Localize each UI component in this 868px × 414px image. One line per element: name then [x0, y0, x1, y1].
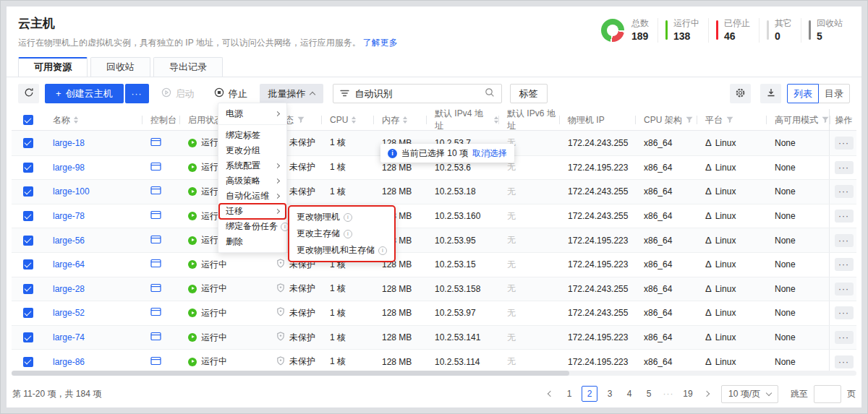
- row-actions-button[interactable]: ···: [835, 161, 854, 174]
- row-checkbox[interactable]: [23, 163, 33, 173]
- vm-name-link[interactable]: large-28: [53, 284, 85, 294]
- cell-ipv4: 10.2.53.158: [426, 277, 498, 301]
- filter-funnel-icon[interactable]: [726, 116, 733, 124]
- stat-total: 总数 189: [631, 18, 649, 43]
- jump-page-input[interactable]: [814, 385, 841, 403]
- row-checkbox[interactable]: [23, 332, 33, 342]
- row-actions-button[interactable]: ···: [835, 331, 854, 344]
- vm-name-link[interactable]: large-98: [53, 163, 85, 173]
- submenu-item-change-host-and-storage[interactable]: 更改物理机和主存储i: [289, 242, 394, 259]
- page-number-3[interactable]: 3: [603, 386, 617, 402]
- submenu-item-change-host[interactable]: 更改物理机i: [289, 209, 394, 225]
- page-number-19[interactable]: 19: [681, 386, 695, 402]
- row-actions-button[interactable]: ···: [835, 234, 854, 247]
- filter-funnel-icon[interactable]: [686, 116, 693, 124]
- row-checkbox[interactable]: [23, 259, 33, 269]
- deselect-link[interactable]: 取消选择: [472, 147, 507, 160]
- menu-item-automation[interactable]: 自动化运维: [218, 189, 286, 204]
- page-size-select[interactable]: 10 项/页: [721, 385, 778, 403]
- settings-button[interactable]: [730, 84, 751, 103]
- filter-funnel-icon[interactable]: [822, 116, 829, 124]
- row-actions-button[interactable]: ···: [835, 210, 854, 223]
- info-icon: i: [344, 230, 352, 238]
- menu-item-migrate[interactable]: 迁移: [218, 204, 286, 219]
- vm-name-link[interactable]: large-52: [53, 308, 85, 318]
- tab-available-resources[interactable]: 可用资源: [18, 57, 88, 77]
- vm-name-link[interactable]: large-56: [53, 236, 85, 246]
- vm-name-link[interactable]: large-18: [53, 138, 85, 148]
- row-actions-button[interactable]: ···: [835, 355, 854, 368]
- vm-name-link[interactable]: large-86: [53, 357, 85, 367]
- batch-actions-button[interactable]: 批量操作: [260, 84, 323, 103]
- view-list-button[interactable]: 列表: [787, 84, 819, 103]
- row-actions-button[interactable]: ···: [835, 258, 854, 271]
- page-number-4[interactable]: 4: [622, 386, 637, 402]
- vm-name-link[interactable]: large-78: [53, 211, 85, 221]
- stop-button[interactable]: 停止: [207, 84, 255, 103]
- menu-item-system-config[interactable]: 系统配置: [218, 158, 286, 173]
- next-page-button[interactable]: [700, 386, 713, 402]
- row-checkbox[interactable]: [23, 357, 33, 367]
- refresh-button[interactable]: [18, 84, 39, 103]
- row-checkbox[interactable]: [23, 308, 33, 318]
- cell-power-state: 运行中: [179, 277, 268, 301]
- menu-item-bind-backup[interactable]: 绑定备份任务i: [218, 219, 286, 234]
- submenu-item-change-storage[interactable]: 更改主存储i: [289, 225, 394, 242]
- menu-item-advanced[interactable]: 高级策略: [218, 173, 286, 189]
- console-icon[interactable]: [150, 210, 161, 222]
- row-checkbox[interactable]: [23, 236, 33, 246]
- select-all-checkbox[interactable]: [23, 115, 33, 125]
- prev-page-button[interactable]: [544, 386, 557, 402]
- cell-host-ip: 172.24.243.255: [559, 180, 635, 204]
- tab-export-records[interactable]: 导出记录: [153, 57, 223, 77]
- row-checkbox[interactable]: [23, 211, 33, 221]
- vm-name-link[interactable]: large-100: [53, 186, 90, 197]
- sort-icon[interactable]: [74, 116, 78, 124]
- learn-more-link[interactable]: 了解更多: [363, 38, 398, 48]
- download-button[interactable]: [760, 84, 781, 103]
- console-icon[interactable]: [150, 259, 161, 270]
- tab-recycle-bin[interactable]: 回收站: [90, 57, 150, 77]
- row-checkbox[interactable]: [23, 284, 33, 294]
- search-input[interactable]: 自动识别: [333, 84, 502, 103]
- console-icon[interactable]: [150, 186, 161, 197]
- create-vm-button[interactable]: +创建云主机: [45, 84, 124, 103]
- page-number-5[interactable]: 5: [642, 386, 656, 402]
- sort-icon[interactable]: [352, 116, 356, 124]
- scrollbar-thumb[interactable]: [12, 371, 569, 376]
- console-icon[interactable]: [150, 332, 161, 343]
- sort-icon[interactable]: [403, 116, 407, 124]
- console-icon[interactable]: [150, 235, 161, 246]
- page-number-2[interactable]: 2: [582, 386, 597, 402]
- tag-button[interactable]: 标签: [510, 84, 548, 103]
- menu-item-delete[interactable]: 删除: [218, 234, 286, 249]
- console-icon[interactable]: [150, 137, 161, 149]
- menu-item-change-group[interactable]: 更改分组: [218, 143, 286, 158]
- menu-item-bind-tag[interactable]: 绑定标签: [218, 128, 286, 143]
- start-button[interactable]: 启动: [154, 84, 202, 103]
- row-checkbox[interactable]: [23, 186, 33, 197]
- column-header-host-ip: 物理机 IP: [559, 109, 635, 131]
- more-actions-button[interactable]: ···: [125, 84, 149, 103]
- page-number-1[interactable]: 1: [562, 386, 576, 402]
- stat-color-bar: [809, 20, 811, 40]
- cell-arch: x86_64: [635, 277, 697, 301]
- row-actions-button[interactable]: ···: [835, 137, 854, 150]
- chevron-right-icon: [275, 111, 280, 116]
- row-actions-button[interactable]: ···: [835, 185, 854, 198]
- vm-name-link[interactable]: large-64: [53, 259, 85, 269]
- cell-ipv6: 无: [498, 301, 559, 325]
- row-checkbox[interactable]: [23, 138, 33, 148]
- filter-funnel-icon[interactable]: [297, 116, 305, 124]
- view-catalog-button[interactable]: 目录: [818, 84, 850, 103]
- console-icon[interactable]: [150, 162, 161, 173]
- vm-name-link[interactable]: large-74: [53, 332, 85, 342]
- menu-item-power[interactable]: 电源: [218, 106, 286, 121]
- row-actions-button[interactable]: ···: [835, 306, 854, 319]
- console-icon[interactable]: [150, 356, 161, 368]
- console-icon[interactable]: [150, 307, 161, 319]
- console-icon[interactable]: [150, 283, 161, 295]
- table-header: 名称 控制台 启用状态 状态 CPU 内存 默认 IPv4 地址 默认 IPv6…: [12, 109, 856, 131]
- horizontal-scrollbar[interactable]: [12, 371, 856, 376]
- row-actions-button[interactable]: ···: [835, 283, 854, 296]
